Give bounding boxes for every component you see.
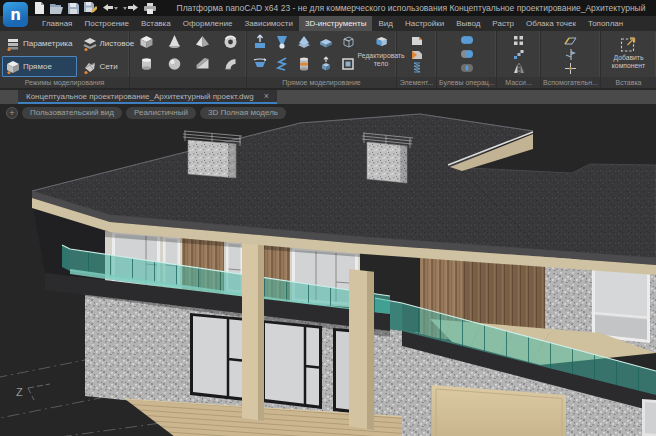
ribbon-tab-vyvod[interactable]: Вывод — [450, 16, 486, 31]
document-tab[interactable]: Концептуальное проектирование_Архитектур… — [18, 90, 277, 104]
parametric-label: Параметрика — [23, 39, 73, 48]
ribbon-tab-vstavka[interactable]: Вставка — [135, 16, 177, 31]
ribbon-tab-postroenie[interactable]: Построение — [78, 16, 135, 31]
ribbon-tab-bar: Главная Построение Вставка Оформление За… — [0, 16, 656, 31]
pyramid-primitive-button[interactable] — [194, 34, 211, 54]
view-name-button[interactable]: Пользовательский вид — [22, 107, 122, 119]
panel-primitives — [130, 31, 247, 88]
panel-insert: Добавить компонент Вставка — [601, 31, 656, 88]
column-2 — [349, 269, 374, 430]
wire-box-icon[interactable] — [340, 34, 356, 54]
column-1 — [242, 239, 264, 421]
open-file-icon[interactable] — [50, 1, 63, 15]
panel-label-primitives — [130, 77, 246, 88]
visual-style-button[interactable]: Реалистичный — [126, 107, 196, 119]
press-pull-icon[interactable] — [252, 34, 268, 54]
ribbon-tab-vid[interactable]: Вид — [372, 16, 398, 31]
sheet-bend-icon[interactable] — [411, 48, 423, 60]
intersect-icon[interactable] — [460, 62, 474, 74]
panel-array: Масси... — [497, 31, 541, 88]
add-view-button[interactable]: + — [6, 107, 18, 119]
add-component-icon — [619, 35, 638, 53]
planar-surface-icon[interactable] — [296, 34, 312, 54]
ribbon: Параметрика Прямое Листовое Сети Режимы … — [0, 31, 656, 89]
ribbon-tab-nastroyki[interactable]: Настройки — [399, 16, 450, 31]
direct-label: Прямое — [23, 62, 52, 71]
garage-side-window — [642, 399, 656, 436]
parametric-icon — [6, 37, 20, 51]
sheet-flat-icon[interactable] — [411, 34, 423, 46]
nanocad-window: { "titlebar": { "title": "Платформа nano… — [0, 0, 656, 436]
section-icon[interactable] — [340, 56, 356, 76]
panel-label-direct-modeling: Прямое моделирование — [247, 77, 396, 88]
ribbon-tab-oblaka-tochek[interactable]: Облака точек — [520, 16, 582, 31]
panel-label-helpers: Вспомогательн... — [541, 77, 600, 88]
right-window — [592, 265, 650, 343]
panel-label-modes: Режимы моделирования — [0, 77, 129, 88]
solid-fill-icon[interactable] — [296, 56, 312, 76]
add-component-label: Добавить компонент — [604, 54, 654, 70]
panel-label-insert: Вставка — [601, 77, 656, 88]
panel-helpers: Вспомогательн... — [541, 31, 601, 88]
panel-label-boolean: Булевы операц... — [437, 77, 496, 88]
section-plane-icon[interactable] — [565, 48, 577, 60]
subtract-icon[interactable] — [460, 48, 474, 60]
revolve-icon[interactable] — [252, 56, 268, 76]
point-icon[interactable] — [565, 62, 576, 74]
panel-direct-modeling: Редактировать тело Прямое моделирование — [247, 31, 397, 88]
sheet-icon — [83, 37, 97, 51]
ribbon-tab-topoplan[interactable]: Топоплан — [582, 16, 629, 31]
document-tab-bar: Концептуальное проектирование_Архитектур… — [0, 89, 656, 104]
ground-window-2 — [262, 320, 322, 409]
window-title: Платформа nanoCAD x64 23 - не для коммер… — [170, 3, 652, 13]
ground-window-1 — [190, 313, 245, 401]
direct-mode-button[interactable]: Прямое — [2, 56, 77, 77]
wedge-primitive-button[interactable] — [194, 56, 211, 76]
slab-icon[interactable] — [318, 34, 334, 54]
viewport-canvas[interactable]: Z — [0, 104, 656, 436]
corner-primitive-button[interactable] — [222, 56, 239, 76]
cylinder-primitive-button[interactable] — [138, 56, 155, 76]
panel-element: Элемент... — [397, 31, 437, 88]
loft-icon[interactable] — [274, 34, 290, 54]
mirror-icon[interactable] — [513, 62, 525, 74]
torus-primitive-button[interactable] — [222, 34, 239, 54]
titlebar: n Платформа nanoCAD x64 23 - не для комм… — [0, 0, 656, 16]
add-component-button[interactable]: Добавить компонент — [604, 33, 654, 77]
spring-icon[interactable] — [411, 62, 423, 74]
print-icon[interactable] — [144, 1, 156, 15]
nanocad-logo[interactable]: n — [3, 2, 28, 27]
close-tab-icon[interactable]: × — [264, 92, 269, 101]
sphere-primitive-button[interactable] — [166, 56, 183, 76]
direct-icon — [6, 60, 20, 74]
cone-primitive-button[interactable] — [166, 34, 183, 54]
ribbon-tab-zavisimosti[interactable]: Зависимости — [238, 16, 299, 31]
panel-modeling-modes: Параметрика Прямое Листовое Сети Режимы … — [0, 31, 130, 88]
edit-solid-icon — [373, 35, 390, 51]
panel-boolean: Булевы операц... — [437, 31, 497, 88]
document-tab-title: Концептуальное проектирование_Архитектур… — [26, 92, 254, 101]
spiral-icon[interactable] — [274, 56, 290, 76]
model-config-button[interactable]: 3D Полная модель — [200, 107, 286, 119]
ribbon-tab-3d-instrumenty[interactable]: 3D-инструменты — [299, 16, 373, 31]
viewport-controls: + Пользовательский вид Реалистичный 3D П… — [6, 107, 286, 119]
undo-icon[interactable] — [102, 1, 118, 15]
parametric-mode-button[interactable]: Параметрика — [2, 33, 77, 54]
ribbon-tab-rastr[interactable]: Растр — [486, 16, 520, 31]
panel-label-array: Масси... — [497, 77, 540, 88]
save-icon[interactable] — [68, 1, 79, 15]
ribbon-tab-glavnaya[interactable]: Главная — [36, 16, 78, 31]
rect-array-icon[interactable] — [513, 34, 524, 46]
redo-icon[interactable] — [123, 1, 139, 15]
work-plane-icon[interactable] — [564, 34, 577, 46]
path-array-icon[interactable] — [513, 48, 524, 60]
viewport: + Пользовательский вид Реалистичный 3D П… — [0, 104, 656, 436]
new-file-icon[interactable] — [34, 1, 45, 15]
quick-access-toolbar — [34, 0, 156, 16]
save-as-icon[interactable] — [84, 1, 97, 15]
box-primitive-button[interactable] — [138, 34, 155, 54]
extrude-icon[interactable] — [318, 56, 334, 76]
ribbon-tab-oformlenie[interactable]: Оформление — [177, 16, 239, 31]
union-icon[interactable] — [460, 34, 474, 46]
svg-text:Z: Z — [16, 386, 23, 398]
